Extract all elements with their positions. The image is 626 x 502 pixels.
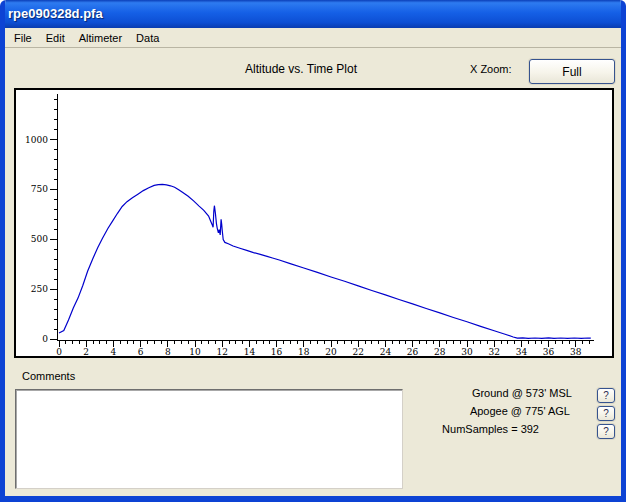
svg-text:34: 34	[516, 347, 528, 356]
menu-file[interactable]: File	[7, 30, 39, 46]
numsamples-help-button[interactable]: ?	[597, 424, 615, 439]
ground-status: Ground @ 573' MSL	[472, 387, 572, 399]
svg-text:250: 250	[31, 284, 48, 294]
apogee-status: Apogee @ 775' AGL	[470, 405, 570, 417]
titlebar[interactable]: rpe090328d.pfa	[0, 0, 626, 28]
svg-text:28: 28	[434, 347, 446, 356]
apogee-help-button[interactable]: ?	[597, 406, 615, 421]
menu-altimeter[interactable]: Altimeter	[72, 30, 129, 46]
svg-text:30: 30	[461, 347, 473, 356]
svg-text:10: 10	[189, 347, 201, 356]
comments-label: Comments	[22, 370, 75, 382]
svg-text:22: 22	[352, 347, 363, 356]
svg-text:26: 26	[407, 347, 419, 356]
svg-text:38: 38	[570, 347, 582, 356]
window-title: rpe090328d.pfa	[8, 6, 103, 21]
svg-text:0: 0	[42, 334, 48, 344]
numsamples-status: NumSamples = 392	[442, 423, 539, 435]
svg-text:2: 2	[83, 347, 89, 356]
client-area: Altitude vs. Time Plot X Zoom: Full 0250…	[5, 48, 621, 496]
svg-text:14: 14	[244, 347, 256, 356]
svg-text:4: 4	[111, 347, 117, 356]
svg-text:6: 6	[138, 347, 144, 356]
svg-text:24: 24	[380, 347, 392, 356]
altitude-time-plot[interactable]: 0250500750100002468101214161820222426283…	[14, 88, 614, 358]
menubar: File Edit Altimeter Data	[5, 28, 621, 48]
svg-text:16: 16	[271, 347, 283, 356]
svg-text:20: 20	[325, 347, 337, 356]
menu-edit[interactable]: Edit	[39, 30, 72, 46]
svg-text:12: 12	[216, 347, 227, 356]
svg-text:18: 18	[298, 347, 310, 356]
comments-input[interactable]	[15, 389, 403, 489]
plot-canvas[interactable]: 0250500750100002468101214161820222426283…	[16, 90, 612, 356]
svg-text:1000: 1000	[25, 135, 48, 145]
plot-title: Altitude vs. Time Plot	[245, 62, 357, 76]
ground-help-button[interactable]: ?	[597, 388, 615, 403]
x-zoom-label: X Zoom:	[470, 63, 512, 75]
svg-text:500: 500	[31, 234, 48, 244]
svg-text:36: 36	[543, 347, 555, 356]
menu-data[interactable]: Data	[129, 30, 166, 46]
svg-text:750: 750	[31, 184, 48, 194]
svg-text:0: 0	[56, 347, 62, 356]
altitude-curve	[59, 184, 591, 338]
svg-text:8: 8	[165, 347, 171, 356]
app-window: rpe090328d.pfa File Edit Altimeter Data …	[0, 0, 626, 502]
svg-text:32: 32	[488, 347, 499, 356]
full-zoom-button[interactable]: Full	[529, 59, 615, 84]
